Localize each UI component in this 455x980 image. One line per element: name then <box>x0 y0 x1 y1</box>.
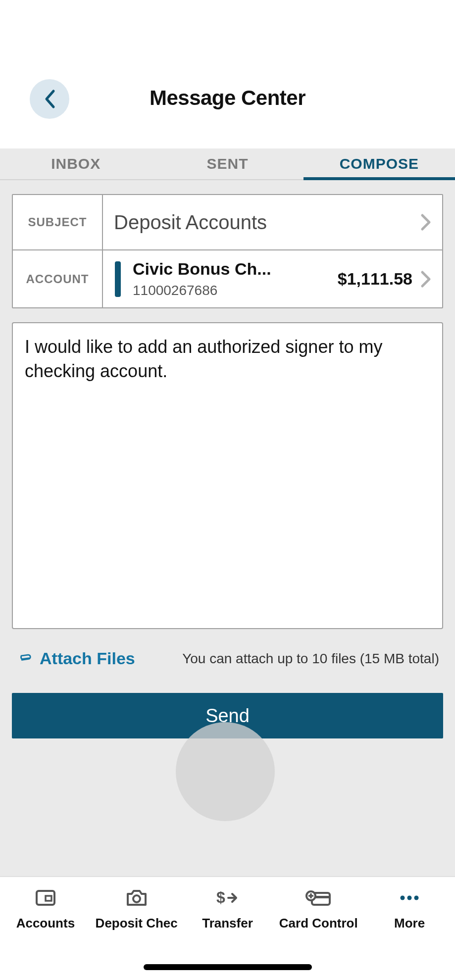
tab-sent[interactable]: SENT <box>152 148 303 179</box>
attach-row: Attach Files You can attach up to 10 fil… <box>12 649 443 668</box>
message-textarea[interactable]: I would like to add an authorized signer… <box>12 322 443 629</box>
subject-row: SUBJECT Deposit Accounts <box>13 195 442 249</box>
account-picker[interactable]: Civic Bonus Ch... 11000267686 $1,111.58 <box>103 250 442 307</box>
more-icon <box>398 886 421 910</box>
tabs: INBOX SENT COMPOSE <box>0 148 455 180</box>
nav-more-label: More <box>394 916 425 931</box>
account-info: Civic Bonus Ch... 11000267686 <box>133 259 338 298</box>
compose-form: SUBJECT Deposit Accounts ACCOUNT Civic B… <box>12 194 443 308</box>
account-label: ACCOUNT <box>13 250 103 307</box>
account-number: 11000267686 <box>133 283 338 298</box>
nav-deposit-label: Deposit Chec <box>96 916 178 931</box>
camera-icon <box>125 886 149 910</box>
paperclip-icon <box>16 652 33 666</box>
nav-accounts-label: Accounts <box>16 916 75 931</box>
nav-card-label: Card Control <box>279 916 358 931</box>
home-indicator <box>144 964 312 970</box>
header: Message Center <box>0 0 455 148</box>
attach-hint: You can attach up to 10 files (15 MB tot… <box>135 651 439 667</box>
attach-label: Attach Files <box>40 649 135 668</box>
attach-files-button[interactable]: Attach Files <box>16 649 135 668</box>
accounts-icon <box>35 886 56 910</box>
svg-rect-1 <box>46 896 51 901</box>
card-controls-icon <box>305 886 332 910</box>
nav-more[interactable]: More <box>364 886 455 980</box>
account-row: ACCOUNT Civic Bonus Ch... 11000267686 $1… <box>13 249 442 307</box>
svg-point-9 <box>414 896 419 900</box>
chevron-right-icon <box>420 213 431 231</box>
bottom-nav: Accounts Deposit Chec $ Transfer Card Co… <box>0 876 455 980</box>
subject-value: Deposit Accounts <box>114 211 420 234</box>
svg-point-7 <box>401 896 405 900</box>
nav-transfer-label: Transfer <box>202 916 253 931</box>
account-balance: $1,111.58 <box>338 269 412 289</box>
svg-text:$: $ <box>216 888 225 906</box>
page-title: Message Center <box>0 86 455 110</box>
account-name: Civic Bonus Ch... <box>133 259 338 279</box>
transfer-icon: $ <box>214 886 240 910</box>
subject-label: SUBJECT <box>13 195 103 249</box>
compose-body: SUBJECT Deposit Accounts ACCOUNT Civic B… <box>0 180 455 876</box>
send-button[interactable]: Send <box>12 693 443 738</box>
svg-point-8 <box>407 896 412 900</box>
svg-point-2 <box>133 895 140 902</box>
account-accent-bar <box>115 261 121 297</box>
tab-inbox[interactable]: INBOX <box>0 148 152 179</box>
subject-picker[interactable]: Deposit Accounts <box>103 195 442 249</box>
nav-accounts[interactable]: Accounts <box>0 886 91 980</box>
chevron-right-icon <box>420 270 431 288</box>
tab-compose[interactable]: COMPOSE <box>303 148 455 179</box>
